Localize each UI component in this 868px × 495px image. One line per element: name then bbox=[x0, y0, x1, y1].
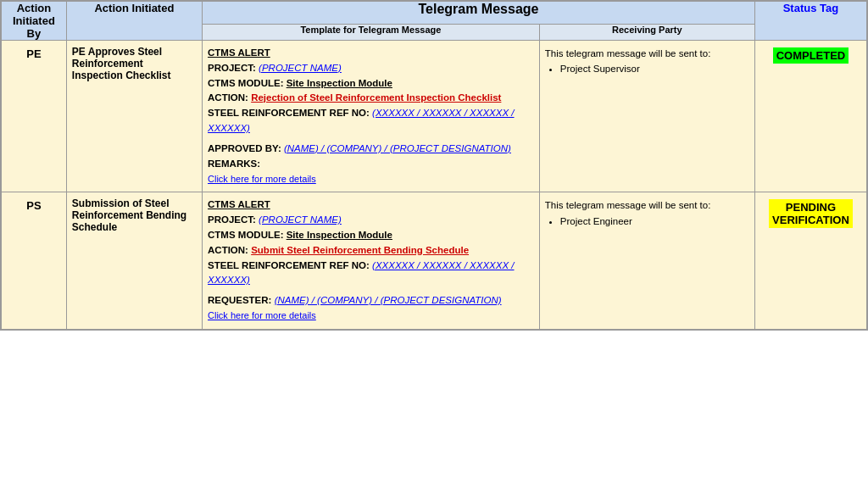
remarks-label: REMARKS: bbox=[208, 159, 260, 169]
action-initiated-text: Submission of Steel Reinforcement Bendin… bbox=[72, 197, 186, 233]
receiving-list: Project Engineer bbox=[560, 214, 749, 229]
list-item: Project Supervisor bbox=[560, 61, 749, 76]
module-value: Site Inspection Module bbox=[287, 230, 392, 240]
ref-label: STEEL REINFORCEMENT REF NO: bbox=[208, 260, 370, 270]
action-initiated-cell: Submission of Steel Reinforcement Bendin… bbox=[66, 192, 202, 330]
project-label: PROJECT: bbox=[208, 214, 256, 225]
action-label: ACTION: bbox=[208, 92, 248, 103]
module-label: CTMS MODULE: bbox=[208, 230, 283, 240]
receiving-party-cell: This telegram message will be sent to:Pr… bbox=[539, 192, 754, 330]
receiving-intro: This telegram message will be sent to: bbox=[545, 48, 711, 58]
list-item: Project Engineer bbox=[560, 214, 749, 229]
template-cell: CTMS ALERTPROJECT: (PROJECT NAME)CTMS MO… bbox=[203, 41, 540, 192]
initiated-by-value: PE bbox=[26, 47, 41, 60]
status-badge: PENDINGVERIFICATION bbox=[769, 199, 853, 228]
module-value: Site Inspection Module bbox=[287, 78, 392, 88]
template-content: CTMS ALERTPROJECT: (PROJECT NAME)CTMS MO… bbox=[208, 46, 534, 186]
table-row: PEPE Approves Steel Reinforcement Inspec… bbox=[1, 41, 867, 192]
header-template-for-telegram: Template for Telegram Message bbox=[203, 25, 540, 41]
receiving-party-cell: This telegram message will be sent to:Pr… bbox=[539, 41, 754, 192]
project-value[interactable]: (PROJECT NAME) bbox=[259, 63, 342, 73]
template-cell: CTMS ALERTPROJECT: (PROJECT NAME)CTMS MO… bbox=[203, 192, 540, 330]
table-row: PSSubmission of Steel Reinforcement Bend… bbox=[1, 192, 867, 330]
header-status-tag: Status Tag bbox=[754, 1, 867, 41]
click-here-link[interactable]: Click here for more details bbox=[208, 174, 316, 184]
project-label: PROJECT: bbox=[208, 63, 256, 73]
action-value[interactable]: Submit Steel Reinforcement Bending Sched… bbox=[251, 245, 469, 255]
status-badge: COMPLETED bbox=[773, 47, 849, 64]
initiated-by-cell: PE bbox=[1, 41, 66, 192]
action-label: ACTION: bbox=[208, 245, 248, 255]
receiving-list: Project Supervisor bbox=[560, 61, 749, 76]
header-telegram: Telegram Message bbox=[203, 1, 755, 25]
template-content: CTMS ALERTPROJECT: (PROJECT NAME)CTMS MO… bbox=[208, 197, 534, 324]
header-action-initiated: Action Initiated bbox=[66, 1, 202, 41]
extra-value[interactable]: (NAME) / (COMPANY) / (PROJECT DESIGNATIO… bbox=[275, 295, 502, 305]
status-tag-cell: PENDINGVERIFICATION bbox=[754, 192, 867, 330]
initiated-by-cell: PS bbox=[1, 192, 66, 330]
main-table: Action Initiated By Action Initiated Tel… bbox=[0, 0, 868, 331]
initiated-by-value: PS bbox=[26, 199, 41, 212]
header-receiving-party: Receiving Party bbox=[539, 25, 754, 41]
receiving-intro: This telegram message will be sent to: bbox=[545, 200, 711, 210]
module-label: CTMS MODULE: bbox=[208, 78, 283, 88]
extra-value[interactable]: (NAME) / (COMPANY) / (PROJECT DESIGNATIO… bbox=[284, 143, 511, 153]
action-value[interactable]: Rejection of Steel Reinforcement Inspect… bbox=[251, 92, 501, 103]
ref-label: STEEL REINFORCEMENT REF NO: bbox=[208, 108, 370, 118]
project-value[interactable]: (PROJECT NAME) bbox=[259, 214, 342, 225]
extra-label: REQUESTER: bbox=[208, 295, 271, 305]
click-here-link[interactable]: Click here for more details bbox=[208, 310, 316, 320]
action-initiated-text: PE Approves Steel Reinforcement Inspecti… bbox=[72, 46, 171, 81]
ctms-alert: CTMS ALERT bbox=[208, 47, 270, 58]
action-initiated-cell: PE Approves Steel Reinforcement Inspecti… bbox=[66, 41, 202, 192]
extra-label: APPROVED BY: bbox=[208, 143, 281, 153]
header-action-initiated-by: Action Initiated By bbox=[1, 1, 66, 41]
status-tag-cell: COMPLETED bbox=[754, 41, 867, 192]
ctms-alert: CTMS ALERT bbox=[208, 199, 270, 209]
